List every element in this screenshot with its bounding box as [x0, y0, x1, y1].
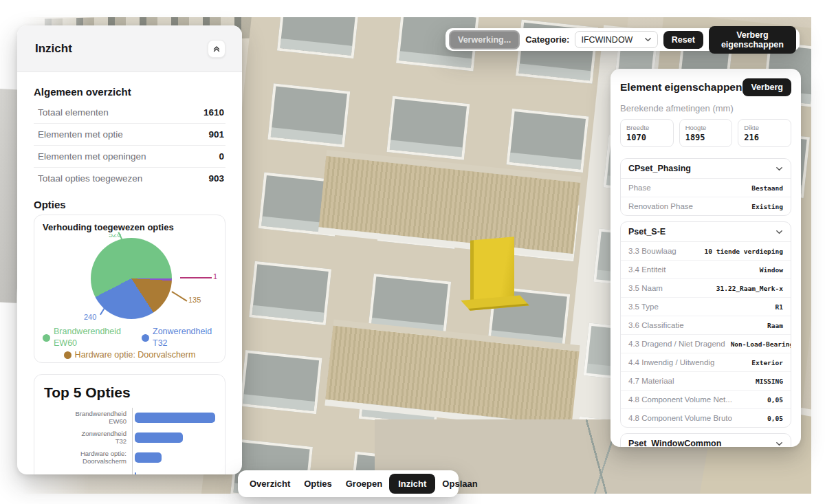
category-label: Categorie:: [525, 34, 569, 45]
property-row: 4.7 MateriaalMISSING: [621, 372, 791, 391]
building-window: [267, 83, 350, 147]
property-label: 4.3 Dragend / Niet Dragend: [628, 340, 725, 348]
property-row: 4.8 Component Volume Net...0,05: [621, 391, 791, 409]
property-section-header[interactable]: CPset_Phasing: [621, 159, 791, 179]
hide-panel-button[interactable]: Verberg: [742, 78, 791, 96]
collapse-panel-button[interactable]: [208, 40, 226, 58]
property-section: Pset_WindowCommonIsExternalJa: [620, 433, 791, 447]
top5-bar[interactable]: [135, 432, 183, 443]
category-select-value: IFCWINDOW: [581, 35, 632, 45]
chevron-down-icon: [776, 440, 783, 448]
legend-dot: [64, 351, 72, 359]
overview-stat-row: Totaal elementen1610: [34, 102, 226, 124]
dimension-card: Breedte1070: [620, 119, 674, 147]
property-row: Renovation PhaseExisting: [621, 197, 791, 215]
stat-value: 1610: [204, 107, 224, 118]
property-label: Phase: [628, 184, 651, 192]
property-row: 4.4 Inwendig / UitwendigExterior: [621, 353, 791, 372]
pie-chart: 520 240 135 1: [43, 232, 217, 323]
tab-overzicht[interactable]: Overzicht: [243, 474, 297, 494]
top5-bar[interactable]: [135, 413, 215, 423]
property-label: 4.8 Component Volume Net...: [628, 395, 732, 404]
tab-inzicht[interactable]: Inzicht: [389, 474, 435, 494]
property-label: 3.4 Entiteit: [628, 265, 666, 274]
dimensions-cards: Breedte1070Hoogte1895Dikte216: [620, 119, 791, 147]
dimension-value: 216: [744, 133, 785, 142]
property-row: PhaseBestaand: [621, 179, 791, 197]
dimension-value: 1070: [626, 133, 668, 142]
top5-bar[interactable]: [135, 472, 136, 474]
top5-bar-row: ZonwerendheidT32: [132, 428, 215, 448]
dimensions-heading: Berekende afmetingen (mm): [620, 103, 791, 113]
property-section-header[interactable]: Pset_WindowCommon: [621, 434, 791, 447]
pie-value-label: 135: [188, 296, 201, 304]
top-toolbar: Verwerking... Categorie: IFCWINDOW Reset…: [446, 28, 800, 51]
property-sections: CPset_PhasingPhaseBestaandRenovation Pha…: [620, 158, 791, 447]
top5-bar-label: ZonwerendheidT32: [44, 430, 126, 445]
legend-dot: [43, 334, 50, 342]
legend-item: Hardware optie: Doorvalscherm: [64, 349, 196, 361]
top5-bar-label: BrandwerendheidEW60: [44, 410, 126, 425]
property-row: 3.3 Bouwlaag10 tiende verdieping: [621, 242, 791, 261]
legend-item: Zonwerendheid T32: [142, 326, 217, 349]
overview-stat-row: Totaal opties toegewezen903: [34, 168, 226, 189]
hide-properties-button[interactable]: Verberg eigenschappen: [709, 26, 796, 54]
building-window: [387, 96, 470, 160]
chevrons-up-icon: [212, 45, 221, 53]
tab-opties[interactable]: Opties: [297, 474, 338, 494]
legend-label: Brandwerendheid EI30: [54, 361, 130, 363]
pie-chart-title: Verhouding toegewezen opties: [43, 222, 217, 232]
top5-bar-row: Brandwerendheid: [132, 468, 215, 474]
stat-value: 903: [208, 173, 224, 184]
property-value: Raam: [767, 322, 783, 329]
tab-opslaan[interactable]: Opslaan: [435, 474, 484, 494]
legend-label: Hardware optie: Doorvalscherm: [75, 349, 196, 361]
property-row: 4.3 Dragend / Niet DragendNon-Load-Beari…: [621, 335, 791, 353]
property-section: Pset_S-E3.3 Bouwlaag10 tiende verdieping…: [620, 221, 791, 428]
dimension-card: Hoogte1895: [679, 119, 733, 147]
chevron-down-icon: [776, 165, 783, 173]
insight-panel: Inzicht Algemeen overzicht Totaal elemen…: [17, 25, 242, 474]
top5-chart-card: Top 5 Opties BrandwerendheidEW60Zonweren…: [34, 374, 226, 474]
stat-label: Elementen met optie: [38, 129, 123, 140]
property-value: Exterior: [751, 359, 783, 366]
legend-label: Zonwerendheid T54: [151, 361, 217, 363]
property-section: CPset_PhasingPhaseBestaandRenovation Pha…: [620, 158, 791, 216]
property-value: Non-Load-Bearing Element: [731, 340, 791, 348]
selected-window-element[interactable]: [470, 237, 514, 303]
property-section-name: Pset_S-E: [628, 227, 666, 237]
properties-panel: Element eigenschappen Verberg Berekende …: [610, 69, 801, 447]
property-row: 3.5 TypeR1: [621, 298, 791, 316]
building-window: [506, 109, 588, 173]
bottom-tabbar: OverzichtOptiesGroepenInzichtOpslaan: [238, 470, 459, 497]
property-value: MISSING: [756, 377, 783, 385]
category-select[interactable]: IFCWINDOW: [575, 31, 657, 48]
property-section-name: Pset_WindowCommon: [628, 439, 721, 447]
property-row: 4.8 Component Volume Bruto0,05: [621, 409, 791, 427]
top5-bar-row: Hardware optie:Doorvalscherm: [132, 448, 215, 468]
property-value: R1: [776, 303, 783, 311]
property-value: Window: [760, 266, 783, 274]
dimension-card: Dikte216: [738, 119, 791, 147]
dimension-label: Breedte: [626, 124, 668, 131]
overview-stat-row: Elementen met openingen0: [34, 146, 226, 168]
property-value: 0,05: [767, 415, 783, 422]
chevron-down-icon: [776, 228, 783, 236]
property-label: 4.8 Component Volume Bruto: [628, 414, 732, 422]
property-value: Existing: [751, 203, 783, 210]
pie-graphic[interactable]: [91, 238, 172, 319]
pie-chart-card: Verhouding toegewezen opties 520 240 135…: [34, 215, 226, 363]
insight-panel-header: Inzicht: [17, 25, 242, 72]
property-label: 4.4 Inwendig / Uitwendig: [628, 358, 714, 366]
property-label: 3.6 Classificatie: [628, 321, 684, 329]
property-section-header[interactable]: Pset_S-E: [621, 222, 791, 242]
processing-button[interactable]: Verwerking...: [449, 30, 520, 50]
tab-groepen[interactable]: Groepen: [339, 474, 389, 494]
reset-button[interactable]: Reset: [663, 31, 703, 49]
building-window: [240, 350, 322, 414]
top5-bar[interactable]: [135, 452, 162, 463]
pie-value-label: 1: [213, 272, 217, 281]
dimension-value: 1895: [685, 133, 727, 142]
top5-bar-chart: BrandwerendheidEW60ZonwerendheidT32Hardw…: [44, 408, 215, 474]
stat-value: 901: [208, 129, 224, 140]
